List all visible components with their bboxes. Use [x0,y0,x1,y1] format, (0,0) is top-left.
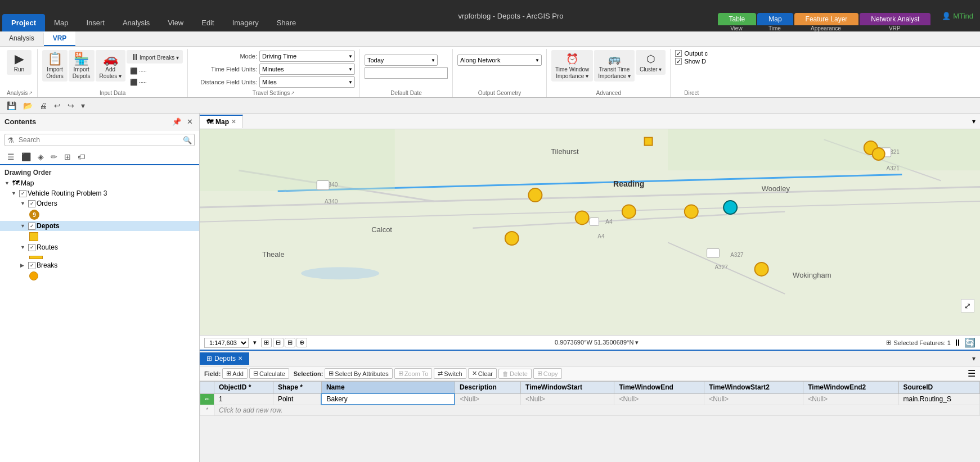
import-orders-button[interactable]: 📋 ImportOrders [42,50,68,81]
qat-save[interactable]: 💾 [5,100,19,111]
table-menu-button[interactable]: ☰ [968,368,975,379]
extra-input-btn-1[interactable]: ⬛····· [127,66,183,76]
select-by-attr-button[interactable]: ⊞ Select By Attributes [325,368,392,379]
tree-item-vrp[interactable]: ▼ ✓ Vehicle Routing Problem 3 [0,188,199,198]
refresh-button[interactable]: 🔄 [964,337,975,348]
map-expand-button[interactable]: ⤢ [961,299,974,312]
qat-open[interactable]: 📂 [21,100,35,111]
delete-button[interactable]: 🗑 Delete [498,369,532,379]
nav-tab-view[interactable]: View [159,14,192,31]
geometry-dropdown[interactable]: Along Network [457,55,542,66]
tree-item-orders-badge: 9 [0,209,199,221]
nav-tab-project[interactable]: Project [2,14,45,31]
cylinder-btn[interactable]: ⬛ [19,151,34,163]
vrp-checkbox[interactable]: ✓ [19,190,26,197]
mode-dropdown[interactable]: Driving Time [259,51,355,62]
routes-checkbox[interactable]: ✓ [28,244,35,251]
nav-tab-share[interactable]: Share [268,14,305,31]
col-name[interactable]: Name [321,382,455,394]
ctx-tab-feature-layer[interactable]: Feature Layer [794,13,859,25]
ctx-tab-network-analyst[interactable]: Network Analyst [860,13,930,25]
extra-input-btn-2[interactable]: ⬛····· [127,77,183,88]
date-input[interactable] [365,67,448,79]
col-description[interactable]: Description [455,382,520,394]
time-units-dropdown[interactable]: Minutes [259,64,355,75]
col-shape[interactable]: Shape * [273,382,321,394]
pause-button[interactable]: ⏸ [953,338,962,348]
map-tab[interactable]: 🗺 Map ✕ [200,115,243,128]
col-twend[interactable]: TimeWindowEnd [614,382,704,394]
col-sourceid[interactable]: SourceID [898,382,979,394]
col-twstart[interactable]: TimeWindowStart [521,382,614,394]
map-tool-grid[interactable]: ⊟ [273,338,284,347]
add-row[interactable]: * Click to add new row. [200,405,980,416]
map-tool-frame[interactable]: ⊞ [261,338,272,347]
col-objectid[interactable]: ObjectID * [214,382,273,394]
switch-button[interactable]: ⇄ Switch [434,368,466,379]
transit-time-importance-button[interactable]: 🚌 Transit TimeImportance ▾ [594,50,635,81]
qat-undo[interactable]: ↩ [52,100,63,111]
tree-item-depots[interactable]: ▼ ✓ Depots [0,221,199,231]
nav-tab-insert[interactable]: Insert [77,14,114,31]
date-dropdown[interactable]: Today [365,55,438,66]
map-tool-table[interactable]: ⊞ [285,338,295,347]
map-tab-close[interactable]: ✕ [231,119,236,125]
tree-item-breaks[interactable]: ▶ ✓ Breaks [0,260,199,270]
ribbon-tab-analysis[interactable]: Analysis [0,31,43,46]
filter-btn[interactable]: ◈ [35,151,47,163]
name-input[interactable] [326,395,449,403]
qat-print[interactable]: 🖨 [37,100,50,111]
depots-tab-close[interactable]: ✕ [238,355,242,361]
nav-tab-edit[interactable]: Edit [192,14,223,31]
distance-units-dropdown[interactable]: Miles [259,76,355,88]
ctx-tab-map[interactable]: Map [757,13,793,25]
map-tab-expand[interactable]: ▾ [968,116,980,126]
contents-close-btn[interactable]: ✕ [185,117,195,126]
col-twstart2[interactable]: TimeWindowStart2 [704,382,803,394]
clear-button[interactable]: ✕ Clear [468,368,497,379]
output-c-checkbox[interactable]: ✓ [675,50,682,57]
import-depots-button[interactable]: 🏪 ImportDepots [69,50,95,81]
ribbon-tab-vrp[interactable]: VRP [44,31,76,46]
import-breaks-button[interactable]: ⏸ Import Breaks ▾ [127,50,183,64]
tree-item-orders[interactable]: ▼ ✓ Orders [0,198,199,209]
svg-rect-25 [590,218,599,225]
tree-item-routes[interactable]: ▼ ✓ Routes [0,242,199,252]
nav-tab-map[interactable]: Map [45,14,77,31]
nav-tab-imagery[interactable]: Imagery [223,14,268,31]
add-routes-button[interactable]: 🚗 AddRoutes ▾ [96,50,125,81]
ctx-tab-table[interactable]: Table [718,13,757,25]
qat-more[interactable]: ▾ [79,100,87,111]
calculate-button[interactable]: ⊟ Calculate [249,368,289,379]
advanced-buttons: ⏰ Time WindowImportance ▾ 🚌 Transit Time… [551,50,666,88]
col-twend2[interactable]: TimeWindowEnd2 [803,382,898,394]
scale-dropdown[interactable]: 1:147,603 [204,338,249,348]
list-view-btn[interactable]: ☰ [5,151,17,163]
cell-name[interactable] [321,393,455,405]
qat-redo[interactable]: ↪ [65,100,77,111]
add-field-button[interactable]: ⊞ Add [222,368,248,379]
depots-checkbox[interactable]: ✓ [28,223,35,230]
coord-dropdown[interactable]: ▾ [635,339,639,346]
nav-tab-analysis[interactable]: Analysis [114,14,159,31]
show-d-checkbox[interactable]: ✓ [675,58,682,65]
table-tab-expand[interactable]: ▾ [968,354,980,364]
group-btn[interactable]: ⊞ [61,151,74,163]
zoom-to-button[interactable]: ⊞ Zoom To [394,368,433,379]
edit-btn[interactable]: ✏ [48,151,60,163]
contents-pin-btn[interactable]: 📌 [170,117,183,126]
run-button[interactable]: ▶ Run [7,50,32,75]
depots-tab[interactable]: ⊞ Depots ✕ [200,352,249,365]
time-window-importance-button[interactable]: ⏰ Time WindowImportance ▾ [551,50,593,81]
copy-button[interactable]: ⊞ Copy [533,368,562,379]
label-btn[interactable]: 🏷 [75,151,88,163]
map-canvas[interactable]: Tilehurst Reading Woodley Calcot Theale … [200,129,980,335]
add-row-label[interactable]: Click to add new row. [214,405,980,416]
cluster-button[interactable]: ⬡ Cluster ▾ [636,50,666,75]
search-input[interactable] [16,135,183,144]
map-tool-snap[interactable]: ⊕ [296,338,307,347]
transit-time-icon: 🚌 [608,53,621,65]
breaks-checkbox[interactable]: ✓ [28,262,35,269]
orders-checkbox[interactable]: ✓ [28,200,35,207]
tree-item-map[interactable]: ▼ 🗺 Map [0,178,199,188]
